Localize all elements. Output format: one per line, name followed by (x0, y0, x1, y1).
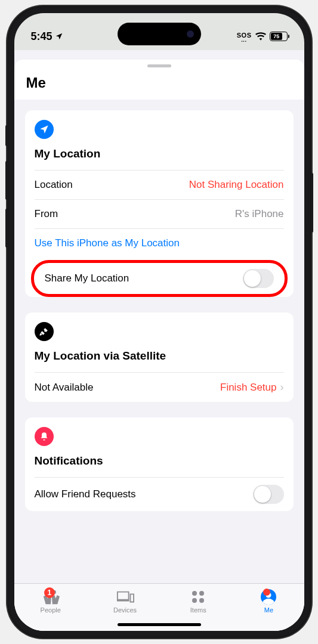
from-value: R's iPhone (235, 208, 284, 220)
svg-point-1 (199, 591, 204, 596)
bell-icon (35, 427, 54, 446)
toggle-knob (254, 486, 271, 503)
sheet-grabber[interactable] (147, 64, 171, 67)
satellite-heading: My Location via Satellite (35, 349, 284, 372)
volume-up-button (5, 161, 8, 200)
tab-people-label: People (41, 606, 61, 614)
allow-friend-requests-label: Allow Friend Requests (35, 488, 136, 500)
notifications-heading: Notifications (35, 454, 284, 477)
location-icon (35, 120, 54, 139)
sos-text: SOS (237, 32, 252, 39)
people-badge: 1 (44, 587, 55, 598)
tab-devices-label: Devices (113, 606, 137, 614)
from-label: From (35, 208, 58, 220)
power-button (311, 173, 313, 233)
my-location-heading: My Location (35, 147, 284, 170)
share-my-location-label: Share My Location (45, 273, 129, 284)
location-row[interactable]: Location Not Sharing Location (35, 170, 284, 199)
side-button (5, 125, 8, 146)
tab-items[interactable]: Items (189, 589, 207, 614)
chevron-right-icon: › (280, 381, 284, 394)
my-location-card: My Location Location Not Sharing Locatio… (25, 110, 294, 297)
screen: 5:45 SOS ••• 75 Me (14, 13, 304, 631)
location-label: Location (35, 179, 73, 191)
me-sheet: Me My Location Location Not Sharing Loca… (14, 60, 304, 631)
finish-setup-label: Finish Setup (220, 382, 277, 394)
location-value: Not Sharing Location (189, 179, 284, 191)
status-time: 5:45 (31, 30, 63, 43)
dynamic-island (118, 23, 201, 45)
devices-icon (116, 589, 134, 605)
battery-percent: 75 (273, 33, 279, 39)
satellite-status-label: Not Available (35, 382, 94, 394)
share-my-location-row[interactable]: Share My Location (31, 260, 288, 297)
status-right: SOS ••• 75 (237, 30, 288, 43)
location-arrow-icon (55, 32, 63, 41)
toggle-knob (244, 270, 261, 287)
allow-friend-requests-toggle[interactable] (253, 485, 284, 504)
allow-friend-requests-row[interactable]: Allow Friend Requests (35, 477, 284, 511)
tab-devices[interactable]: Devices (113, 589, 137, 614)
sos-dots: ••• (237, 39, 252, 43)
satellite-icon (35, 322, 54, 341)
content-scroll[interactable]: My Location Location Not Sharing Locatio… (14, 100, 304, 587)
use-this-iphone-link[interactable]: Use This iPhone as My Location (35, 228, 284, 258)
satellite-status-row[interactable]: Not Available Finish Setup › (35, 372, 284, 402)
from-row[interactable]: From R's iPhone (35, 199, 284, 228)
share-my-location-toggle[interactable] (243, 269, 274, 288)
svg-point-2 (192, 598, 197, 603)
page-title: Me (14, 72, 304, 100)
tab-me-label: Me (264, 606, 273, 614)
tab-items-label: Items (190, 606, 206, 614)
tab-me[interactable]: Me (260, 589, 277, 614)
volume-down-button (5, 209, 8, 247)
items-icon (189, 589, 207, 605)
notifications-card: Notifications Allow Friend Requests (25, 417, 294, 511)
time-text: 5:45 (31, 30, 53, 43)
satellite-card: My Location via Satellite Not Available … (25, 312, 294, 402)
battery-icon: 75 (270, 32, 288, 41)
home-indicator[interactable] (118, 623, 201, 626)
wifi-icon (255, 32, 266, 41)
tab-people[interactable]: 1 People (41, 589, 61, 614)
phone-frame: 5:45 SOS ••• 75 Me (7, 6, 311, 638)
svg-point-3 (199, 598, 204, 603)
svg-point-0 (192, 591, 197, 596)
sos-indicator: SOS ••• (237, 30, 252, 43)
